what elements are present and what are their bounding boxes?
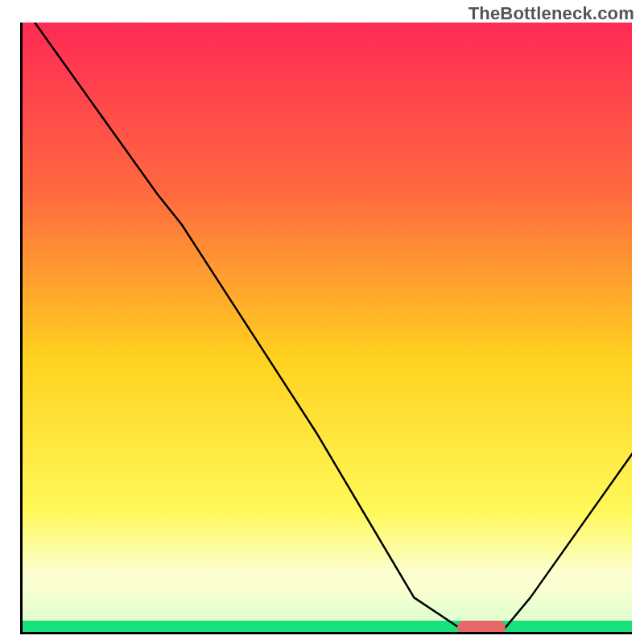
bottleneck-curve-path (35, 23, 632, 634)
watermark-text: TheBottleneck.com (469, 3, 634, 24)
optimum-marker (457, 621, 506, 634)
bottleneck-curve (23, 23, 632, 634)
plot-area (20, 23, 632, 634)
chart-container: TheBottleneck.com (0, 0, 644, 644)
